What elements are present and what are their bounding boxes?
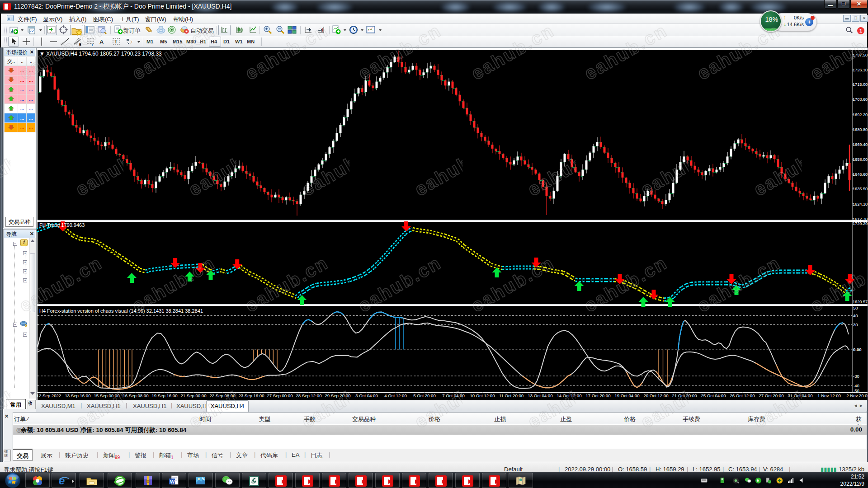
svg-text:e: e — [757, 478, 759, 483]
svg-text:T: T — [114, 39, 118, 44]
svg-text:1658.00: 1658.00 — [853, 157, 868, 162]
svg-text:1729.2938: 1729.2938 — [853, 221, 868, 226]
svg-text:-30: -30 — [853, 374, 859, 379]
svg-text:14 Oct 12:00: 14 Oct 12:00 — [557, 393, 582, 398]
svg-text:2 Nov 20:00: 2 Nov 20:00 — [846, 393, 868, 398]
svg-text:1624.10: 1624.10 — [853, 202, 868, 206]
svg-text:1646.60: 1646.60 — [853, 172, 868, 177]
svg-text:21 Oct 20:00: 21 Oct 20:00 — [672, 393, 697, 398]
svg-text:1 Nov 12:00: 1 Nov 12:00 — [817, 393, 841, 398]
svg-text:31 Oct 04:00: 31 Oct 04:00 — [788, 393, 813, 398]
svg-text:0.00: 0.00 — [853, 347, 862, 352]
svg-text:1612.70: 1612.70 — [853, 217, 868, 221]
svg-text:1703.60: 1703.60 — [853, 97, 868, 102]
svg-text:e: e — [59, 475, 65, 487]
svg-text:1620.5746: 1620.5746 — [853, 300, 868, 304]
svg-text:20 Oct 12:00: 20 Oct 12:00 — [644, 393, 669, 398]
svg-text:3 Oct 04:00: 3 Oct 04:00 — [355, 393, 378, 398]
svg-text:50: 50 — [853, 305, 858, 310]
svg-text:1726.10: 1726.10 — [853, 68, 868, 72]
svg-text:28 Sep 12:00: 28 Sep 12:00 — [296, 393, 321, 398]
svg-text:-40: -40 — [853, 383, 859, 388]
svg-text:19 Sep 16:00: 19 Sep 16:00 — [151, 393, 177, 398]
svg-text:22 Sep 08:00: 22 Sep 08:00 — [209, 393, 235, 398]
svg-text:16 Sep 08:00: 16 Sep 08:00 — [123, 393, 148, 398]
svg-text:7 Oct 04:00: 7 Oct 04:00 — [442, 393, 465, 398]
svg-text:H4 Forex-station version of ch: H4 Forex-station version of chaos visual… — [39, 308, 203, 314]
svg-text:10 Oct 12:00: 10 Oct 12:00 — [470, 393, 495, 398]
svg-text:27 Oct 20:00: 27 Oct 20:00 — [759, 393, 784, 398]
svg-text:27 Sep 00:00: 27 Sep 00:00 — [267, 393, 292, 398]
svg-text:W: W — [170, 479, 175, 484]
svg-text:12 Sep 2022: 12 Sep 2022 — [37, 393, 61, 398]
svg-text:1692.20: 1692.20 — [853, 113, 868, 117]
svg-text:-50: -50 — [853, 388, 859, 393]
svg-text:26 Oct 12:00: 26 Oct 12:00 — [730, 393, 755, 398]
svg-text:1715.00: 1715.00 — [853, 82, 868, 87]
svg-text:1635.50: 1635.50 — [853, 187, 868, 191]
svg-text:4 Oct 12:00: 4 Oct 12:00 — [384, 393, 407, 398]
svg-text:Fiji Trend 1790.9463: Fiji Trend 1790.9463 — [39, 222, 85, 228]
svg-text:5 Oct 20:00: 5 Oct 20:00 — [413, 393, 436, 398]
svg-text:13 Oct 04:00: 13 Oct 04:00 — [528, 393, 553, 398]
svg-text:40: 40 — [853, 313, 858, 318]
svg-text:1737.50: 1737.50 — [853, 53, 868, 57]
svg-text:19 Oct 04:00: 19 Oct 04:00 — [615, 393, 640, 398]
svg-text:▼ XAUUSD,H4 1794.60 1805.27 1: ▼ XAUUSD,H4 1794.60 1805.27 1790.23 1798… — [39, 51, 162, 57]
svg-text:F: F — [92, 43, 94, 46]
svg-text:29 Sep 20:00: 29 Sep 20:00 — [325, 393, 350, 398]
svg-text:1680.80: 1680.80 — [853, 127, 868, 132]
svg-text:15 Sep 00:00: 15 Sep 00:00 — [94, 393, 119, 398]
svg-text:11 Oct 20:00: 11 Oct 20:00 — [499, 393, 524, 398]
svg-text:21 Sep 00:00: 21 Sep 00:00 — [180, 393, 206, 398]
svg-text:30: 30 — [853, 322, 858, 327]
svg-text:E: E — [79, 43, 81, 46]
svg-text:23 Sep 16:00: 23 Sep 16:00 — [238, 393, 264, 398]
svg-text:13 Sep 16:00: 13 Sep 16:00 — [65, 393, 90, 398]
svg-text:1669.40: 1669.40 — [853, 142, 868, 147]
svg-text:25 Oct 04:00: 25 Oct 04:00 — [701, 393, 726, 398]
svg-text:17 Oct 20:00: 17 Oct 20:00 — [586, 393, 611, 398]
